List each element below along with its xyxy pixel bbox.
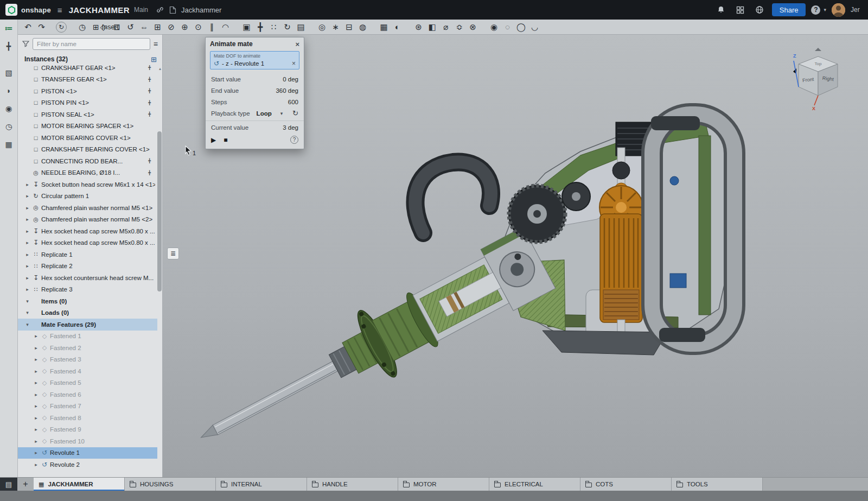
follow-mode-icon[interactable]: ◉	[2, 102, 15, 115]
bom-icon[interactable]: ▦	[377, 21, 391, 34]
chevron-icon[interactable]	[32, 427, 40, 432]
reverse-playback-icon[interactable]	[292, 109, 298, 117]
chevron-icon[interactable]	[32, 439, 40, 444]
parallel-mate-icon[interactable]: ∥	[205, 21, 219, 34]
help-caret-icon[interactable]	[824, 7, 826, 12]
tree-row[interactable]: Fastened 2	[18, 342, 157, 354]
record-icon[interactable]: ◷	[2, 120, 15, 133]
add-tab-button[interactable]	[17, 478, 34, 491]
assembly-structure-icon[interactable]: ≔	[2, 22, 15, 35]
tree-row[interactable]: Items (0)	[18, 295, 157, 307]
language-globe-icon[interactable]	[755, 5, 764, 14]
steps-row[interactable]: Steps 600	[206, 96, 304, 107]
sync-icon[interactable]: ↻	[56, 22, 67, 33]
sidebar-scrollbar-thumb[interactable]	[157, 131, 162, 291]
hide-others-icon[interactable]: ◌	[501, 21, 514, 34]
tree-row[interactable]: Loads (0)	[18, 307, 157, 319]
chevron-icon[interactable]	[32, 450, 40, 455]
tree-row[interactable]: Hex socket countersunk head screw M...	[18, 272, 157, 284]
chevron-icon[interactable]	[23, 217, 31, 222]
tree-row[interactable]: Revolute 1	[18, 447, 157, 459]
workspace-name[interactable]: Main	[134, 6, 148, 14]
tree-row[interactable]: Fastened 8	[18, 412, 157, 424]
spotlight-icon[interactable]: ◉	[487, 21, 501, 34]
tree-row[interactable]: Fastened 10	[18, 435, 157, 447]
avatar[interactable]	[832, 3, 845, 17]
document-menu-icon[interactable]	[58, 5, 62, 15]
ball-mate-icon[interactable]: ⊙	[192, 21, 205, 34]
document-tab[interactable]: HOUSINGS	[125, 478, 216, 491]
chevron-icon[interactable]	[23, 205, 31, 211]
mate-connector-icon[interactable]: ╋	[253, 21, 267, 34]
help-icon[interactable]	[811, 5, 820, 15]
document-tab[interactable]: JACKHAMMER	[34, 478, 125, 491]
linear-pattern-icon[interactable]: ∷	[267, 21, 280, 34]
tangent-mate-icon[interactable]: ◠	[219, 21, 232, 34]
tree-row[interactable]: CONNECTING ROD BEAR...	[18, 155, 157, 167]
tree-row[interactable]: Replicate 3	[18, 284, 157, 296]
tree-row[interactable]: Hex socket head cap screw M5x0.80 x ...	[18, 237, 157, 249]
tree-row[interactable]: Fastened 4	[18, 365, 157, 377]
insert-button[interactable]: Insert	[88, 21, 123, 34]
tree-row[interactable]: NEEDLE BEARING, Ø18 I...	[18, 167, 157, 179]
filter-input[interactable]	[33, 38, 150, 50]
chevron-icon[interactable]	[23, 252, 31, 257]
tree-row[interactable]: Fastened 6	[18, 389, 157, 401]
app-switcher-icon[interactable]	[736, 6, 744, 14]
document-tab[interactable]: HANDLE	[307, 478, 398, 491]
tree-row[interactable]: Revolute 2	[18, 459, 157, 471]
mass-properties-icon[interactable]: ≎	[452, 21, 466, 34]
tree-row[interactable]: CRANKSHAFT GEAR <1>	[18, 65, 157, 74]
interference-icon[interactable]: ⊗	[466, 21, 480, 34]
rotate-up-arrow-icon[interactable]	[815, 48, 821, 51]
comments-icon[interactable]: ◗	[2, 84, 15, 97]
insert-instance-icon[interactable]	[151, 55, 157, 64]
document-tab[interactable]: COTS	[580, 478, 672, 491]
chevron-icon[interactable]	[23, 322, 31, 327]
chevron-icon[interactable]	[23, 263, 31, 269]
tree-row[interactable]: Fastened 5	[18, 377, 157, 389]
tree-row[interactable]: Chamfered plain washer normal M5 <1>	[18, 202, 157, 214]
snapshot-icon[interactable]: ◎	[315, 21, 329, 34]
tree-row[interactable]: Replicate 2	[18, 261, 157, 272]
chevron-icon[interactable]	[23, 310, 31, 315]
configurations-icon[interactable]: ⊛	[412, 21, 425, 34]
chevron-icon[interactable]	[23, 193, 31, 199]
breadcrumb-document-name[interactable]: Jackhammer	[181, 6, 221, 14]
play-button[interactable]	[211, 136, 216, 144]
document-tab[interactable]: MOTOR	[398, 478, 489, 491]
start-value-row[interactable]: Start value 0 deg	[206, 73, 304, 85]
pin-slot-mate-icon[interactable]: ⊕	[178, 21, 192, 34]
chevron-icon[interactable]	[32, 333, 40, 339]
tree-row[interactable]: Fastened 7	[18, 401, 157, 413]
cylindrical-mate-icon[interactable]: ⊘	[164, 21, 178, 34]
animate-mate-dialog[interactable]: Animate mate Mate DOF to animate - z - R…	[205, 37, 304, 149]
onshape-logo[interactable]	[5, 4, 17, 16]
animate-icon[interactable]: ◷	[75, 21, 89, 34]
share-link-icon[interactable]	[156, 6, 164, 14]
remove-icon[interactable]	[292, 60, 296, 67]
graphics-viewport[interactable]: Animate mate Mate DOF to animate - z - R…	[163, 35, 868, 477]
chevron-icon[interactable]	[32, 357, 40, 362]
group-icon[interactable]: ▣	[240, 21, 253, 34]
chevron-icon[interactable]	[23, 240, 31, 245]
revolute-mate-icon[interactable]: ↺	[124, 21, 137, 34]
tree-row[interactable]: CRANKSHAFT BEARING COVER <1>	[18, 144, 157, 156]
stop-button[interactable]	[224, 136, 227, 144]
tree-row[interactable]: Fastened 3	[18, 354, 157, 366]
document-tab[interactable]: INTERNAL	[216, 478, 307, 491]
section-view-icon[interactable]: ◧	[425, 21, 439, 34]
chevron-icon[interactable]	[32, 415, 40, 421]
circular-pattern-icon[interactable]: ↻	[280, 21, 294, 34]
replicate-icon[interactable]: ▤	[294, 21, 308, 34]
appearance-icon[interactable]: ◐	[391, 21, 404, 34]
tree-row[interactable]: TRANSFER GEAR <1>	[18, 74, 157, 86]
tree-row[interactable]: Circular pattern 1	[18, 191, 157, 202]
tree-row[interactable]: MOTOR BEARING COVER <1>	[18, 132, 157, 144]
document-tab[interactable]: ELECTRICAL	[489, 478, 580, 491]
chevron-icon[interactable]	[23, 287, 31, 292]
dialog-header[interactable]: Animate mate	[206, 37, 304, 50]
close-icon[interactable]	[295, 40, 299, 48]
named-views-icon[interactable]: ◡	[528, 21, 541, 34]
redo-icon[interactable]: ↷	[35, 21, 48, 34]
